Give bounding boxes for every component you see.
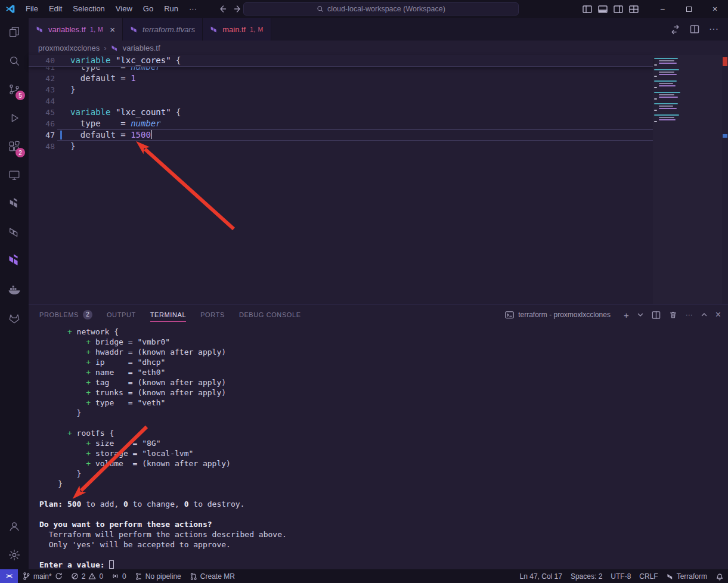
- open-changes-icon[interactable]: [670, 24, 680, 35]
- terminal-icon: [505, 311, 514, 320]
- pipeline-label: No pipeline: [145, 572, 181, 581]
- breadcrumb: proxmoxlxcclones › variables.tf: [29, 41, 728, 55]
- tab-decoration: 1, M: [90, 26, 103, 33]
- merge-request-icon: [190, 572, 197, 581]
- breadcrumb-folder[interactable]: proxmoxlxcclones: [38, 44, 100, 52]
- code-line[interactable]: 48}: [29, 141, 653, 152]
- terminal-actions: + ··· ×: [624, 309, 721, 320]
- run-debug-icon[interactable]: [0, 104, 29, 132]
- language-mode[interactable]: Terraform: [662, 569, 711, 583]
- gutter-decoration: [55, 84, 70, 95]
- settings-gear-icon[interactable]: [0, 541, 29, 569]
- terraform-ext-icon[interactable]: [0, 190, 29, 218]
- git-branch-icon: [22, 572, 30, 581]
- code-line[interactable]: 42 default = 1: [29, 73, 653, 84]
- code-line[interactable]: 41 type = number: [29, 67, 653, 73]
- code-line[interactable]: 44: [29, 95, 653, 107]
- tab-variables-tf[interactable]: variables.tf 1, M ×: [29, 18, 123, 41]
- broadcast-icon: [111, 572, 119, 580]
- code-lines[interactable]: 41 type = number42 default = 143}4445var…: [29, 67, 653, 304]
- toggle-secondary-sidebar-icon[interactable]: [614, 5, 623, 14]
- split-terminal-icon[interactable]: [652, 311, 661, 320]
- code-line[interactable]: 47 default = 1500: [29, 129, 653, 141]
- toggle-sidebar-icon[interactable]: [583, 5, 592, 14]
- split-editor-icon[interactable]: [690, 24, 699, 34]
- menu-go[interactable]: Go: [138, 0, 159, 18]
- docker-icon[interactable]: [0, 275, 29, 304]
- terminal-dropdown-icon[interactable]: [637, 312, 643, 318]
- code-editor[interactable]: 40variable "lxc_cores" { 41 type = numbe…: [29, 55, 728, 304]
- terminal-line: Enter a value:: [39, 560, 728, 569]
- panel-more-icon[interactable]: ···: [686, 311, 693, 319]
- ports-indicator[interactable]: 0: [107, 569, 131, 583]
- gutter-decoration: [55, 95, 70, 107]
- minimap[interactable]: [653, 55, 722, 304]
- maximize-panel-icon[interactable]: [701, 312, 707, 318]
- code-line[interactable]: 40variable "lxc_cores" {: [29, 55, 653, 66]
- breadcrumb-file[interactable]: variables.tf: [123, 44, 160, 52]
- toggle-panel-icon[interactable]: [598, 5, 608, 14]
- minimize-button[interactable]: −: [649, 0, 676, 18]
- account-icon[interactable]: [0, 512, 29, 541]
- eol-indicator[interactable]: CRLF: [635, 569, 662, 583]
- customize-layout-icon[interactable]: [629, 5, 639, 14]
- notifications-bell-icon[interactable]: [711, 569, 728, 583]
- panel-tab-label: TERMINAL: [150, 305, 186, 325]
- panel-tab-label: DEBUG CONSOLE: [239, 305, 301, 325]
- terminal-instance[interactable]: terraform - proxmoxlxcclones: [505, 311, 611, 320]
- create-mr-button[interactable]: Create MR: [185, 569, 239, 583]
- menu-view[interactable]: View: [110, 0, 138, 18]
- source-control-icon[interactable]: 5: [0, 75, 29, 104]
- maximize-button[interactable]: [676, 0, 702, 18]
- tab-terraform-tfvars[interactable]: terraform.tfvars: [123, 18, 203, 41]
- encoding-indicator[interactable]: UTF-8: [606, 569, 635, 583]
- code-line[interactable]: 45variable "lxc_count" {: [29, 107, 653, 118]
- code-line[interactable]: 46 type = number: [29, 118, 653, 129]
- terminal-line: + volume = (known after apply): [39, 458, 728, 469]
- close-panel-icon[interactable]: ×: [715, 309, 721, 320]
- cursor-position[interactable]: Ln 47, Col 17: [516, 569, 566, 583]
- code-line[interactable]: 43}: [29, 84, 653, 95]
- branch-indicator[interactable]: main*: [18, 569, 67, 583]
- terminal-content[interactable]: + network { + bridge = "vmbr0" + hwaddr …: [29, 325, 728, 569]
- indentation-indicator[interactable]: Spaces: 2: [566, 569, 606, 583]
- close-tab-icon[interactable]: ×: [110, 24, 115, 35]
- menu-run[interactable]: Run: [159, 0, 184, 18]
- editor-scrollbar[interactable]: [722, 55, 728, 304]
- line-number: 47: [29, 129, 55, 141]
- forward-arrow-icon[interactable]: [233, 4, 243, 14]
- explorer-icon[interactable]: [0, 18, 29, 46]
- tab-main-tf[interactable]: main.tf 1, M: [203, 18, 271, 41]
- panel-tab-terminal[interactable]: TERMINAL: [150, 305, 186, 325]
- terminal-line: + network {: [39, 327, 728, 337]
- panel-tab-output[interactable]: OUTPUT: [107, 305, 136, 325]
- branch-name: main*: [33, 572, 52, 581]
- back-arrow-icon[interactable]: [218, 4, 227, 14]
- pipeline-indicator[interactable]: No pipeline: [131, 569, 185, 583]
- terraform-cloud-icon[interactable]: [0, 247, 29, 275]
- more-actions-icon[interactable]: ···: [709, 24, 718, 35]
- panel-tab-ports[interactable]: PORTS: [200, 305, 225, 325]
- extensions-icon[interactable]: 2: [0, 132, 29, 161]
- command-center-search[interactable]: cloud-local-workspace (Workspace): [243, 2, 519, 15]
- sync-icon[interactable]: [55, 572, 63, 580]
- remote-indicator[interactable]: ><: [0, 569, 18, 583]
- gitlab-icon[interactable]: [0, 304, 29, 333]
- hcl-ext-icon[interactable]: [0, 218, 29, 247]
- kill-terminal-icon[interactable]: [669, 311, 677, 319]
- panel-tab-debug-console[interactable]: DEBUG CONSOLE: [239, 305, 301, 325]
- menu-more-icon[interactable]: ···: [184, 0, 202, 18]
- terminal-line: [39, 550, 728, 560]
- terminal-line: [39, 489, 728, 499]
- search-sidebar-icon[interactable]: [0, 46, 29, 75]
- new-terminal-icon[interactable]: +: [624, 310, 629, 320]
- terminal-line: + storage = "local-lvm": [39, 448, 728, 458]
- menu-file[interactable]: File: [20, 0, 44, 18]
- menu-selection[interactable]: Selection: [67, 0, 110, 18]
- menu-edit[interactable]: Edit: [44, 0, 67, 18]
- panel-tab-problems[interactable]: PROBLEMS 2: [39, 305, 92, 325]
- remote-explorer-icon[interactable]: [0, 161, 29, 190]
- problems-indicator[interactable]: 2 0: [67, 569, 107, 583]
- close-window-button[interactable]: ×: [702, 0, 728, 18]
- sticky-line[interactable]: 40variable "lxc_cores" {: [29, 55, 653, 67]
